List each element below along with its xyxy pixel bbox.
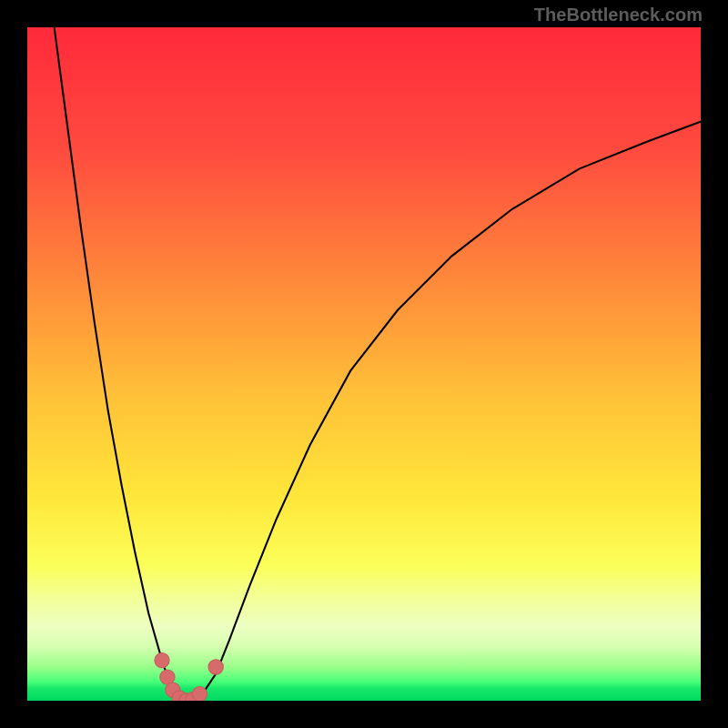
- chart-frame: TheBottleneck.com: [0, 0, 728, 728]
- marker-dot: [208, 660, 223, 674]
- marker-dot: [192, 686, 207, 701]
- bottleneck-curve: [55, 27, 701, 701]
- watermark-text: TheBottleneck.com: [534, 5, 703, 25]
- curve-layer: [27, 27, 701, 701]
- plot-area: [27, 27, 701, 701]
- marker-dot: [155, 652, 169, 667]
